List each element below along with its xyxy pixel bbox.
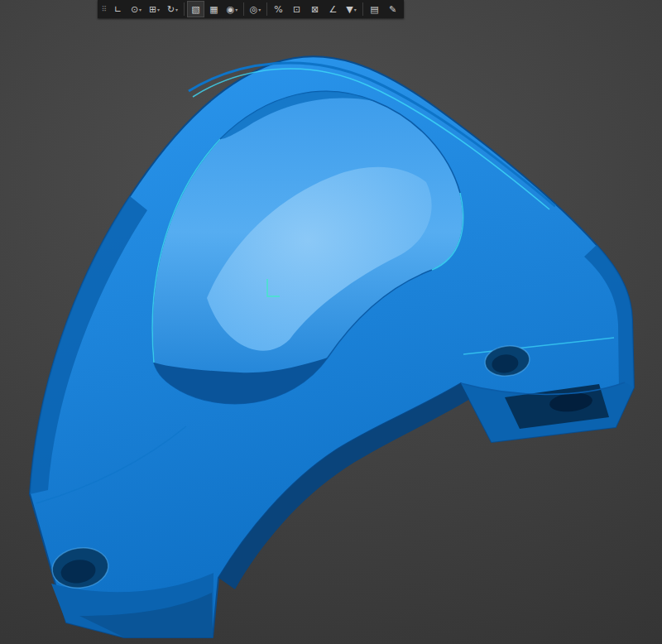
dropdown-caret[interactable]: ▾ — [175, 7, 178, 12]
protractor-tool-glyph: ∠ — [329, 5, 338, 14]
annotation-pencil-tool-glyph: ✎ — [389, 5, 396, 14]
explode-tool[interactable]: ⊠ — [306, 1, 324, 17]
measure-tool-glyph: % — [274, 5, 282, 14]
toolbar-grip-handle[interactable]: ⠿ — [100, 1, 108, 17]
dropdown-caret[interactable]: ▾ — [157, 7, 160, 12]
section-tool-glyph: ▤ — [370, 5, 378, 14]
filter-tool[interactable]: ▼▾ — [343, 1, 360, 17]
toolbar-separator — [266, 2, 267, 16]
explode-tool-glyph: ⊠ — [311, 5, 319, 14]
selection-filter-tool-glyph: ◎ — [250, 5, 258, 14]
measure-tool[interactable]: % — [270, 1, 287, 17]
dropdown-caret[interactable]: ▾ — [139, 7, 142, 12]
toolbar-separator — [362, 2, 363, 16]
annotation-pencil-tool[interactable]: ✎ — [384, 1, 401, 17]
toolbar-grip-handle-glyph: ⠿ — [102, 6, 108, 13]
zoom-tool-glyph: ⊙ — [131, 5, 138, 14]
shaded-view-tool[interactable]: ▦ — [205, 1, 223, 17]
toolbar-separator — [243, 2, 244, 16]
zoom-tool[interactable]: ⊙▾ — [127, 1, 145, 17]
toolbar-separator — [184, 2, 185, 16]
dimension-tool-glyph: ⊡ — [293, 5, 300, 14]
viewport-3d[interactable] — [0, 0, 662, 644]
section-tool[interactable]: ▤ — [366, 1, 383, 17]
rotate-view-tool[interactable]: ↻▾ — [164, 1, 181, 17]
dropdown-caret[interactable]: ▾ — [235, 7, 237, 12]
dropdown-caret[interactable]: ▾ — [354, 7, 357, 12]
rotate-view-tool-glyph: ↻ — [167, 5, 175, 14]
toolbar: ⠿∟⊙▾⊞▾↻▾▧▦◉▾◎▾%⊡⊠∠▼▾▤✎ — [98, 0, 404, 18]
model-bracket[interactable] — [0, 0, 662, 644]
isometric-view-tool-glyph: ▧ — [191, 5, 199, 14]
dimension-tool[interactable]: ⊡ — [288, 1, 305, 17]
visibility-tool-glyph: ◉ — [227, 5, 235, 14]
zoom-window-tool-glyph: ⊞ — [149, 5, 156, 14]
filter-tool-glyph: ▼ — [346, 5, 353, 14]
isometric-view-tool[interactable]: ▧ — [187, 1, 204, 17]
origin-triad-tool[interactable]: ∟ — [109, 1, 127, 17]
visibility-tool[interactable]: ◉▾ — [223, 1, 241, 17]
dropdown-caret[interactable]: ▾ — [258, 7, 261, 12]
origin-triad-tool-glyph: ∟ — [114, 5, 122, 14]
zoom-window-tool[interactable]: ⊞▾ — [146, 1, 163, 17]
selection-filter-tool[interactable]: ◎▾ — [247, 1, 264, 17]
shaded-view-tool-glyph: ▦ — [209, 5, 218, 14]
protractor-tool[interactable]: ∠ — [324, 1, 342, 17]
